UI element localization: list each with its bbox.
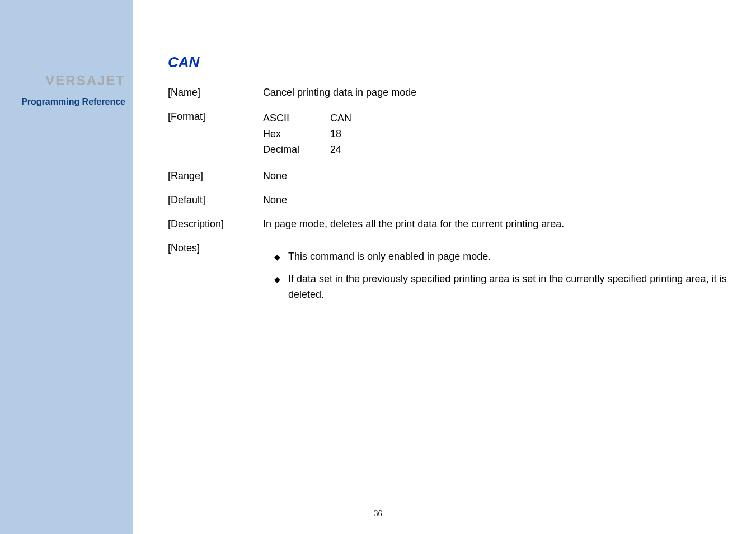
diamond-icon: ◆ [274, 249, 280, 265]
name-label: [Name] [168, 87, 263, 99]
format-val: CAN [330, 111, 351, 127]
format-label: [Format] [168, 111, 263, 158]
range-label: [Range] [168, 170, 263, 182]
format-line: Decimal 24 [263, 142, 727, 158]
sidebar-inner: VERSAJET Programming Reference [0, 0, 133, 107]
range-value: None [263, 170, 727, 182]
description-label: [Description] [168, 218, 263, 230]
format-grid: ASCII CAN Hex 18 Decimal 24 [263, 111, 727, 158]
note-item: ◆ This command is only enabled in page m… [274, 249, 727, 265]
format-val: 18 [330, 127, 341, 142]
description-value: In page mode, deletes all the print data… [263, 218, 727, 230]
note-item: ◆ If data set in the previously specifie… [274, 271, 727, 303]
format-enc: Hex [263, 127, 330, 142]
sidebar: VERSAJET Programming Reference [0, 0, 133, 534]
notes-container: ◆ This command is only enabled in page m… [263, 242, 727, 303]
default-row: [Default] None [168, 194, 727, 206]
product-title: VERSAJET [0, 73, 125, 88]
notes-list: ◆ This command is only enabled in page m… [263, 249, 727, 303]
description-row: [Description] In page mode, deletes all … [168, 218, 727, 230]
diamond-icon: ◆ [274, 271, 280, 287]
content: CAN [Name] Cancel printing data in page … [168, 54, 727, 315]
command-title: CAN [168, 54, 727, 71]
default-label: [Default] [168, 194, 263, 206]
format-val: 24 [330, 142, 341, 158]
range-row: [Range] None [168, 170, 727, 182]
underline [10, 92, 125, 92]
notes-row: [Notes] ◆ This command is only enabled i… [168, 242, 727, 303]
format-line: Hex 18 [263, 127, 727, 142]
format-enc: Decimal [263, 142, 330, 158]
format-row: [Format] ASCII CAN Hex 18 Decimal 24 [168, 111, 727, 158]
format-line: ASCII CAN [263, 111, 727, 127]
page-number: 36 [0, 509, 756, 518]
name-row: [Name] Cancel printing data in page mode [168, 87, 727, 99]
note-text: This command is only enabled in page mod… [288, 249, 727, 265]
subtitle: Programming Reference [0, 97, 125, 107]
name-value: Cancel printing data in page mode [263, 87, 727, 99]
format-enc: ASCII [263, 111, 330, 127]
note-text: If data set in the previously specified … [288, 271, 727, 303]
notes-label: [Notes] [168, 242, 263, 303]
default-value: None [263, 194, 727, 206]
